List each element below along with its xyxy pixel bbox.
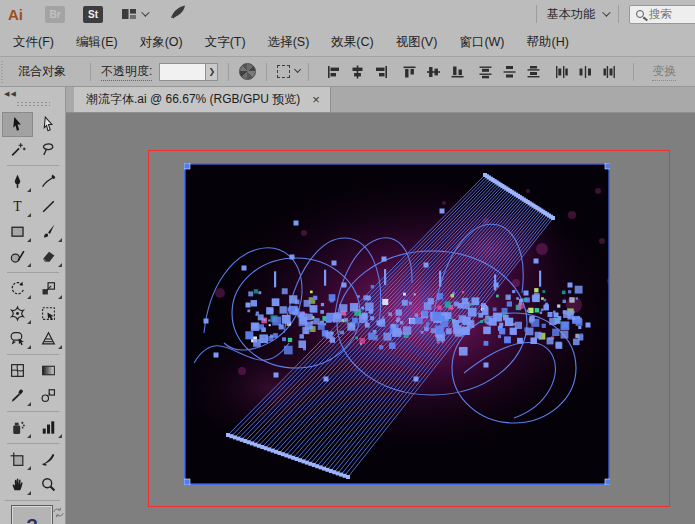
workspace: ◀◀ T (0, 87, 695, 524)
tool-shaper[interactable] (2, 244, 33, 269)
recolor-artwork-icon[interactable] (239, 63, 256, 80)
tool-slice[interactable] (33, 447, 64, 472)
tool-artboard[interactable] (2, 447, 33, 472)
separator (618, 5, 619, 23)
direct-selection-tool-icon (40, 116, 57, 133)
align-left-button[interactable] (322, 61, 344, 83)
tool-magic-wand[interactable] (2, 137, 33, 162)
swap-fill-stroke-icon[interactable] (52, 505, 65, 523)
bridge-icon[interactable]: Br (45, 6, 65, 23)
artwork-render (184, 163, 610, 485)
menu-file[interactable]: 文件(F) (2, 28, 65, 56)
separator (228, 63, 229, 81)
select-similar-button[interactable] (277, 65, 298, 78)
tool-scale[interactable] (33, 276, 64, 301)
illustrator-logo: Ai (8, 6, 23, 23)
tool-type[interactable]: T (2, 194, 33, 219)
rocket-icon[interactable] (169, 4, 187, 24)
menu-select[interactable]: 选择(S) (257, 28, 321, 56)
tool-width[interactable] (2, 301, 33, 326)
align-right-icon (373, 64, 390, 80)
pen-tool-icon (9, 173, 26, 190)
opacity-dropdown-button[interactable]: ❯ (205, 63, 218, 81)
width-tool-icon (9, 305, 26, 322)
tool-hand[interactable] (2, 472, 33, 497)
distribute-v-center-icon (501, 64, 518, 80)
align-bottom-button[interactable] (446, 61, 468, 83)
fill-swatch[interactable]: ? (11, 505, 53, 524)
tool-column-graph[interactable] (33, 415, 64, 440)
workspace-switcher[interactable]: 基本功能 (547, 6, 608, 23)
tool-direct-selection[interactable] (33, 112, 64, 137)
tool-perspective-grid[interactable] (33, 326, 64, 351)
distribute-h-center-button[interactable] (574, 61, 596, 83)
align-h-center-button[interactable] (346, 61, 368, 83)
collapse-panel-icon[interactable]: ◀◀ (4, 89, 65, 98)
search-box[interactable] (629, 5, 695, 24)
zoom-tool-icon (40, 476, 57, 493)
tool-shape-builder[interactable] (2, 326, 33, 351)
tool-curvature[interactable] (33, 169, 64, 194)
distribute-v-top-button[interactable] (474, 61, 496, 83)
workspace-label: 基本功能 (547, 6, 595, 23)
tool-symbol-sprayer[interactable] (2, 415, 33, 440)
distribute-v-center-button[interactable] (498, 61, 520, 83)
tool-eraser[interactable] (33, 244, 64, 269)
type-tool-icon: T (9, 198, 26, 215)
distribute-h-left-button[interactable] (550, 61, 572, 83)
distribute-h-right-button[interactable] (598, 61, 620, 83)
rotate-tool-icon (9, 280, 26, 297)
menu-effect[interactable]: 效果(C) (320, 28, 384, 56)
tool-zoom[interactable] (33, 472, 64, 497)
separator (266, 63, 267, 81)
menu-window[interactable]: 窗口(W) (448, 28, 515, 56)
tool-eyedropper[interactable] (2, 383, 33, 408)
tool-blend[interactable] (33, 383, 64, 408)
stock-icon[interactable]: St (83, 6, 103, 23)
menu-object[interactable]: 对象(O) (129, 28, 194, 56)
fill-unknown-mark: ? (26, 515, 38, 524)
search-input[interactable] (649, 8, 693, 20)
tool-paintbrush[interactable] (33, 219, 64, 244)
arrange-documents-icon[interactable] (121, 7, 137, 21)
mesh-tool-icon (9, 362, 26, 379)
symbol-sprayer-tool-icon (9, 419, 26, 436)
menu-edit[interactable]: 编辑(E) (65, 28, 129, 56)
tool-gradient[interactable] (33, 358, 64, 383)
blend-tool-icon (40, 387, 57, 404)
menu-help[interactable]: 帮助(H) (516, 28, 580, 56)
tool-selection[interactable] (2, 112, 33, 137)
tool-rectangle[interactable] (2, 219, 33, 244)
document-tab-bar: 潮流字体.ai @ 66.67% (RGB/GPU 预览) × (66, 87, 695, 113)
fill-stroke-swatches: ? ? (0, 501, 65, 524)
tool-pen[interactable] (2, 169, 33, 194)
distribute-v-bottom-icon (525, 64, 542, 80)
opacity-input[interactable] (159, 63, 205, 81)
select-similar-icon (277, 65, 290, 78)
panel-drag-handle[interactable] (16, 101, 50, 106)
align-v-center-button[interactable] (422, 61, 444, 83)
chevron-down-icon[interactable] (141, 8, 149, 16)
tool-free-transform[interactable] (33, 301, 64, 326)
opacity-label[interactable]: 不透明度: (101, 63, 152, 81)
panel-grip[interactable] (1, 61, 8, 83)
tools-panel: ◀◀ T (0, 87, 66, 524)
distribute-v-bottom-button[interactable] (522, 61, 544, 83)
canvas[interactable] (66, 113, 695, 524)
illustrator-window: Ai Br St 基本功能 文件(F) 编辑(E) 对象(O) 文字(T) (0, 0, 695, 524)
tool-lasso[interactable] (33, 137, 64, 162)
align-top-button[interactable] (398, 61, 420, 83)
tool-rotate[interactable] (2, 276, 33, 301)
align-right-button[interactable] (370, 61, 392, 83)
free-transform-tool-icon (40, 305, 57, 322)
align-left-icon (325, 64, 342, 80)
distribute-h-left-icon (553, 64, 570, 80)
selected-artwork[interactable] (184, 163, 610, 485)
transform-link[interactable]: 变换 (652, 63, 676, 81)
menu-view[interactable]: 视图(V) (385, 28, 449, 56)
close-tab-icon[interactable]: × (312, 93, 320, 106)
document-tab[interactable]: 潮流字体.ai @ 66.67% (RGB/GPU 预览) × (74, 87, 331, 112)
tool-line-segment[interactable] (33, 194, 64, 219)
tool-mesh[interactable] (2, 358, 33, 383)
menu-type[interactable]: 文字(T) (194, 28, 257, 56)
